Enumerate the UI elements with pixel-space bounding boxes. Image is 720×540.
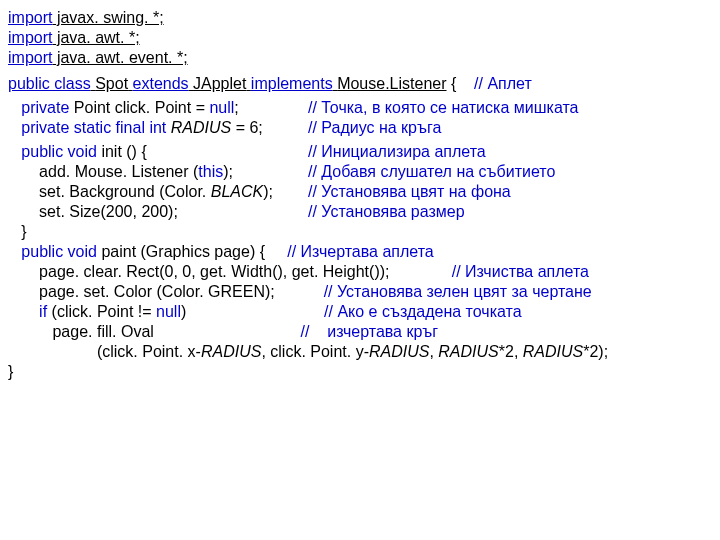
comment: // Установява размер [308, 202, 465, 222]
import-line-1: import javax. swing. *; [8, 8, 712, 28]
init-method: public void init () { // Инициализира ап… [8, 142, 712, 242]
code-line: public void init () { // Инициализира ап… [8, 142, 712, 162]
comment: // Точка, в която се натиска мишката [308, 98, 578, 118]
keyword-import: import [8, 29, 52, 46]
comment: // Установява цвят на фона [308, 182, 511, 202]
code-line: set. Background (Color. BLACK); // Устан… [8, 182, 712, 202]
keyword-import: import [8, 9, 52, 26]
keyword-import: import [8, 49, 52, 66]
code-line: set. Size(200, 200); // Установява разме… [8, 202, 712, 222]
paint-method: public void paint (Graphics page) { // И… [8, 242, 712, 382]
code-line: private static final int RADIUS = 6; // … [8, 118, 712, 138]
comment: // Установява зелен цвят за чертане [275, 283, 592, 300]
code-line: if (click. Point != null) // Ако е създа… [8, 302, 712, 322]
comment: // Радиус на кръга [308, 118, 441, 138]
closing-brace: } [8, 362, 712, 382]
comment: // Изчертава аплета [265, 243, 434, 260]
comment: // Аплет [461, 75, 532, 92]
code-block: import javax. swing. *; import java. awt… [8, 8, 712, 382]
comment: // Инициализира аплета [308, 142, 486, 162]
code-line: } [8, 222, 712, 242]
comment: // Изчиства аплета [389, 263, 588, 280]
code-line: page. set. Color (Color. GREEN); // Уста… [8, 282, 712, 302]
comment: // изчертава кръг [154, 323, 438, 340]
code-line: (click. Point. x-RADIUS, click. Point. y… [8, 342, 712, 362]
code-line: public void paint (Graphics page) { // И… [8, 242, 712, 262]
import-line-2: import java. awt. *; [8, 28, 712, 48]
code-line: page. clear. Rect(0, 0, get. Width(), ge… [8, 262, 712, 282]
import-line-3: import java. awt. event. *; [8, 48, 712, 68]
comment: // Ако е създадена точката [186, 303, 521, 320]
code-line: add. Mouse. Listener (this); // Добавя с… [8, 162, 712, 182]
comment: // Добавя слушател на събитието [308, 162, 555, 182]
code-line: private Point click. Point = null; // То… [8, 98, 712, 118]
field-declarations: private Point click. Point = null; // То… [8, 98, 712, 138]
code-line: page. fill. Oval // изчертава кръг [8, 322, 712, 342]
class-declaration: public class Spot extends JApplet implem… [8, 74, 712, 94]
